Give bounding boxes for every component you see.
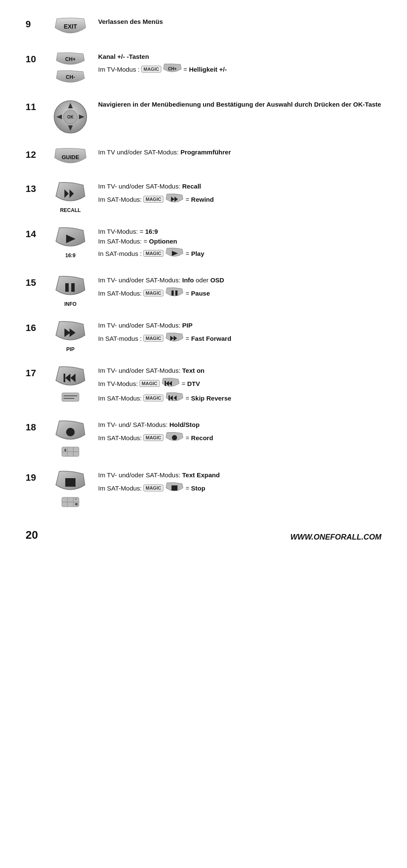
- item-15: 15 INFO Im TV- und/oder SAT-Modus: Info …: [26, 276, 381, 307]
- item-icon-13: RECALL: [51, 182, 90, 213]
- svg-rect-18: [65, 283, 69, 292]
- record-icon: [55, 420, 86, 444]
- guide-icon: GUIDE: [53, 148, 87, 168]
- desc-11-text: Navigieren in der Menübedienung und Best…: [98, 101, 381, 108]
- svg-text:CH+: CH+: [65, 56, 76, 62]
- item-desc-11: Navigieren in der Menübedienung und Best…: [98, 100, 381, 111]
- item-number-19: 19: [26, 470, 43, 483]
- stop-icon: [55, 470, 86, 494]
- ff-small-icon: [165, 332, 184, 344]
- magic-badge-17b: MAGIC: [143, 395, 163, 401]
- svg-point-45: [172, 435, 177, 440]
- svg-text:CH-: CH-: [66, 74, 75, 80]
- magic-badge-14: MAGIC: [143, 250, 163, 257]
- item-19: 19 Im TV- und/oder SAT-Modus: Text Exp: [26, 470, 381, 507]
- record-small-icon: [165, 432, 184, 444]
- item-10: 10 CH+ CH- Kanal +/- -Tasten: [26, 52, 381, 86]
- item-13: 13 RECALL Im TV- und/oder SAT-Modus: Rec…: [26, 182, 381, 213]
- item-icon-16: PIP: [51, 321, 90, 352]
- item-icon-9: EXIT: [51, 17, 90, 38]
- magic-badge-15: MAGIC: [143, 290, 163, 296]
- magic-badge-16: MAGIC: [143, 335, 163, 342]
- item-desc-15: Im TV- und/oder SAT-Modus: Info oder OSD…: [98, 276, 381, 302]
- svg-text:OK: OK: [67, 115, 74, 119]
- svg-rect-29: [62, 393, 79, 401]
- item-desc-18: Im TV- und/ SAT-Modus: Hold/Stop Im SAT-…: [98, 420, 381, 446]
- item-icon-14: 16:9: [51, 227, 90, 258]
- svg-rect-20: [172, 290, 174, 296]
- play-small-icon: [165, 247, 184, 259]
- pause-icon: [55, 276, 86, 299]
- svg-text:GUIDE: GUIDE: [61, 154, 79, 160]
- item-icon-19: [51, 470, 90, 507]
- magic-badge-13: MAGIC: [143, 196, 163, 203]
- item-17: 17 Im TV- und/oder SAT-Modus: Text on: [26, 366, 381, 406]
- magic-badge-19: MAGIC: [143, 485, 163, 491]
- item-icon-10: CH+ CH-: [51, 52, 90, 86]
- svg-rect-32: [165, 381, 166, 386]
- svg-rect-44: [64, 450, 66, 451]
- item-18: 18 Im TV- und/ SAT-Modus: Hold/: [26, 420, 381, 457]
- item-desc-10: Kanal +/- -Tasten Im TV-Modus : MAGIC CH…: [98, 52, 381, 77]
- info-label: INFO: [64, 301, 77, 307]
- item-9: 9 EXIT Verlassen des Menüs: [26, 17, 381, 38]
- item-icon-15: INFO: [51, 276, 90, 307]
- item-number-14: 14: [26, 227, 43, 240]
- svg-rect-35: [169, 395, 170, 401]
- item-icon-18: [51, 420, 90, 457]
- svg-text:CH+: CH+: [168, 67, 177, 71]
- item-number-16: 16: [26, 321, 43, 334]
- recall-icon: [55, 182, 86, 206]
- desc-10-sub: Im TV-Modus : MAGIC CH+ = Helligkeit +/-: [98, 64, 381, 75]
- magic-badge-10: MAGIC: [141, 66, 161, 73]
- svg-text:EXIT: EXIT: [64, 23, 77, 30]
- magic-badge-18: MAGIC: [143, 434, 163, 441]
- item-number-15: 15: [26, 276, 43, 288]
- item-desc-13: Im TV- und/oder SAT-Modus: Recall Im SAT…: [98, 182, 381, 208]
- item-number-11: 11: [26, 100, 43, 113]
- item-desc-12: Im TV und/oder SAT-Modus: Programmführer: [98, 148, 381, 159]
- subtitle-icon: [61, 392, 79, 402]
- item-12: 12 GUIDE Im TV und/oder SAT-Modus: Progr…: [26, 148, 381, 168]
- stop-small-icon: [165, 482, 184, 494]
- website-url: WWW.ONEFORALL.COM: [290, 533, 381, 542]
- svg-rect-53: [172, 485, 177, 491]
- svg-rect-21: [175, 290, 177, 296]
- item-11: 11 OK Navigieren in der Menübedienung un…: [26, 100, 381, 134]
- item-icon-12: GUIDE: [51, 148, 90, 168]
- item-number-12: 12: [26, 148, 43, 160]
- svg-point-38: [66, 428, 75, 436]
- ch-plus-small-icon: CH+: [163, 64, 182, 75]
- svg-rect-46: [65, 478, 76, 487]
- pip-label: PIP: [66, 346, 74, 352]
- item-icon-11: OK: [51, 100, 90, 134]
- item-number-13: 13: [26, 182, 43, 195]
- item-number-17: 17: [26, 366, 43, 379]
- ch-plus-icon: CH+: [55, 52, 85, 68]
- pause-small-icon: [165, 287, 184, 299]
- item-desc-19: Im TV- und/oder SAT-Modus: Text Expand I…: [98, 470, 381, 496]
- item-14: 14 16:9 Im TV-Modus: = 16:9 Im SAT-Modus…: [26, 227, 381, 262]
- item-icon-17: [51, 366, 90, 402]
- desc-10-main: Kanal +/- -Tasten: [98, 53, 149, 60]
- ff-icon: [55, 321, 86, 345]
- skipback-small-icon: [161, 377, 180, 389]
- magic-badge-17a: MAGIC: [140, 380, 160, 387]
- item-number-18: 18: [26, 420, 43, 433]
- play-icon: [55, 227, 86, 251]
- item-16: 16 PIP Im TV- und/oder SAT-Modus: PIP In…: [26, 321, 381, 352]
- nav-disc-icon: OK: [53, 100, 87, 134]
- svg-point-51: [75, 503, 78, 505]
- footer: 20 WWW.ONEFORALL.COM: [26, 524, 381, 542]
- svg-rect-26: [64, 374, 65, 382]
- desc-9-text: Verlassen des Menüs: [98, 18, 163, 25]
- page-number: 20: [26, 528, 38, 542]
- item-desc-14: Im TV-Modus: = 16:9 Im SAT-Modus: = Opti…: [98, 227, 381, 262]
- desc-13-sub: Im SAT-Modus: MAGIC = Rewind: [98, 193, 381, 205]
- recall-label: RECALL: [60, 207, 81, 213]
- ch-minus-icon: CH-: [55, 70, 85, 86]
- stop-sub-icon: [61, 497, 79, 507]
- item-desc-16: Im TV- und/oder SAT-Modus: PIP In SAT-mo…: [98, 321, 381, 347]
- svg-rect-19: [71, 283, 75, 292]
- item-number-10: 10: [26, 52, 43, 65]
